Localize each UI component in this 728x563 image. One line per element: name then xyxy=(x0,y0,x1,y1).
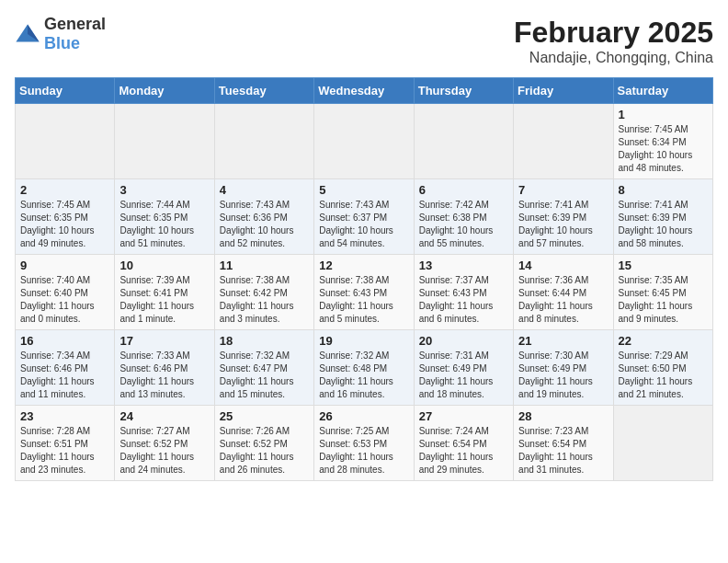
day-info: Sunrise: 7:45 AM Sunset: 6:34 PM Dayligh… xyxy=(619,123,708,175)
day-info: Sunrise: 7:40 AM Sunset: 6:40 PM Dayligh… xyxy=(20,274,109,326)
day-number: 27 xyxy=(419,409,508,423)
day-info: Sunrise: 7:26 AM Sunset: 6:52 PM Dayligh… xyxy=(220,425,309,477)
day-number: 24 xyxy=(119,409,209,423)
day-info: Sunrise: 7:28 AM Sunset: 6:51 PM Dayligh… xyxy=(20,425,109,477)
calendar-week-row: 1Sunrise: 7:45 AM Sunset: 6:34 PM Daylig… xyxy=(16,104,713,179)
day-number: 6 xyxy=(419,183,508,197)
day-number: 20 xyxy=(419,334,508,348)
calendar-cell: 13Sunrise: 7:37 AM Sunset: 6:43 PM Dayli… xyxy=(414,255,513,330)
day-info: Sunrise: 7:38 AM Sunset: 6:43 PM Dayligh… xyxy=(319,274,408,326)
day-number: 12 xyxy=(319,259,408,272)
weekday-header-friday: Friday xyxy=(514,78,613,104)
day-number: 25 xyxy=(220,409,309,423)
calendar-cell: 14Sunrise: 7:36 AM Sunset: 6:44 PM Dayli… xyxy=(514,255,613,330)
weekday-header-tuesday: Tuesday xyxy=(214,78,313,104)
calendar-cell xyxy=(115,104,214,179)
calendar-cell: 17Sunrise: 7:33 AM Sunset: 6:46 PM Dayli… xyxy=(115,330,214,406)
day-info: Sunrise: 7:29 AM Sunset: 6:50 PM Dayligh… xyxy=(619,350,708,401)
calendar-cell: 9Sunrise: 7:40 AM Sunset: 6:40 PM Daylig… xyxy=(16,255,115,330)
day-number: 26 xyxy=(319,409,408,423)
calendar-cell: 25Sunrise: 7:26 AM Sunset: 6:52 PM Dayli… xyxy=(214,406,313,481)
calendar-week-row: 9Sunrise: 7:40 AM Sunset: 6:40 PM Daylig… xyxy=(16,255,713,330)
calendar-cell: 24Sunrise: 7:27 AM Sunset: 6:52 PM Dayli… xyxy=(115,406,214,481)
day-number: 10 xyxy=(119,259,209,272)
calendar-cell xyxy=(414,104,513,179)
weekday-header-sunday: Sunday xyxy=(16,78,115,104)
calendar-cell xyxy=(514,104,613,179)
calendar-cell xyxy=(214,104,313,179)
calendar-cell: 1Sunrise: 7:45 AM Sunset: 6:34 PM Daylig… xyxy=(613,104,712,179)
day-info: Sunrise: 7:37 AM Sunset: 6:43 PM Dayligh… xyxy=(419,274,508,326)
day-number: 17 xyxy=(119,334,209,348)
day-info: Sunrise: 7:41 AM Sunset: 6:39 PM Dayligh… xyxy=(619,199,708,250)
calendar-body: 1Sunrise: 7:45 AM Sunset: 6:34 PM Daylig… xyxy=(16,104,713,481)
day-number: 28 xyxy=(518,409,608,423)
day-info: Sunrise: 7:33 AM Sunset: 6:46 PM Dayligh… xyxy=(119,350,209,401)
day-number: 21 xyxy=(518,334,608,348)
day-number: 23 xyxy=(20,409,109,423)
day-number: 19 xyxy=(319,334,408,348)
day-info: Sunrise: 7:27 AM Sunset: 6:52 PM Dayligh… xyxy=(119,425,209,477)
logo-general-text: General xyxy=(44,15,106,33)
calendar-cell: 19Sunrise: 7:32 AM Sunset: 6:48 PM Dayli… xyxy=(314,330,414,406)
calendar-cell: 26Sunrise: 7:25 AM Sunset: 6:53 PM Dayli… xyxy=(314,406,414,481)
day-number: 7 xyxy=(518,183,608,197)
calendar-cell: 8Sunrise: 7:41 AM Sunset: 6:39 PM Daylig… xyxy=(613,179,712,255)
day-info: Sunrise: 7:41 AM Sunset: 6:39 PM Dayligh… xyxy=(518,199,608,250)
day-number: 4 xyxy=(220,183,309,197)
calendar-cell: 4Sunrise: 7:43 AM Sunset: 6:36 PM Daylig… xyxy=(214,179,313,255)
calendar-cell: 3Sunrise: 7:44 AM Sunset: 6:35 PM Daylig… xyxy=(115,179,214,255)
day-number: 13 xyxy=(419,259,508,272)
day-number: 3 xyxy=(119,183,209,197)
day-info: Sunrise: 7:45 AM Sunset: 6:35 PM Dayligh… xyxy=(20,199,109,250)
logo-blue-text: Blue xyxy=(44,34,80,52)
day-info: Sunrise: 7:44 AM Sunset: 6:35 PM Dayligh… xyxy=(119,199,209,250)
weekday-header-thursday: Thursday xyxy=(414,78,513,104)
calendar-cell: 27Sunrise: 7:24 AM Sunset: 6:54 PM Dayli… xyxy=(414,406,513,481)
title-area: February 2025 Nandajie, Chongqing, China xyxy=(514,15,713,66)
calendar-cell xyxy=(613,406,712,481)
calendar-title: February 2025 xyxy=(514,15,713,50)
calendar-header: SundayMondayTuesdayWednesdayThursdayFrid… xyxy=(16,78,713,104)
calendar-cell: 18Sunrise: 7:32 AM Sunset: 6:47 PM Dayli… xyxy=(214,330,313,406)
day-info: Sunrise: 7:32 AM Sunset: 6:48 PM Dayligh… xyxy=(319,350,408,401)
calendar-cell: 16Sunrise: 7:34 AM Sunset: 6:46 PM Dayli… xyxy=(16,330,115,406)
calendar-cell: 28Sunrise: 7:23 AM Sunset: 6:54 PM Dayli… xyxy=(514,406,613,481)
day-info: Sunrise: 7:42 AM Sunset: 6:38 PM Dayligh… xyxy=(419,199,508,250)
day-info: Sunrise: 7:24 AM Sunset: 6:54 PM Dayligh… xyxy=(419,425,508,477)
day-info: Sunrise: 7:39 AM Sunset: 6:41 PM Dayligh… xyxy=(119,274,209,326)
calendar-cell: 6Sunrise: 7:42 AM Sunset: 6:38 PM Daylig… xyxy=(414,179,513,255)
calendar-week-row: 23Sunrise: 7:28 AM Sunset: 6:51 PM Dayli… xyxy=(16,406,713,481)
calendar-header-row: SundayMondayTuesdayWednesdayThursdayFrid… xyxy=(16,78,713,104)
day-number: 8 xyxy=(619,183,708,197)
day-info: Sunrise: 7:25 AM Sunset: 6:53 PM Dayligh… xyxy=(319,425,408,477)
calendar-table: SundayMondayTuesdayWednesdayThursdayFrid… xyxy=(15,77,713,481)
calendar-cell: 5Sunrise: 7:43 AM Sunset: 6:37 PM Daylig… xyxy=(314,179,414,255)
weekday-header-wednesday: Wednesday xyxy=(314,78,414,104)
calendar-cell: 10Sunrise: 7:39 AM Sunset: 6:41 PM Dayli… xyxy=(115,255,214,330)
day-info: Sunrise: 7:23 AM Sunset: 6:54 PM Dayligh… xyxy=(518,425,608,477)
calendar-week-row: 16Sunrise: 7:34 AM Sunset: 6:46 PM Dayli… xyxy=(16,330,713,406)
day-number: 11 xyxy=(220,259,309,272)
calendar-cell: 7Sunrise: 7:41 AM Sunset: 6:39 PM Daylig… xyxy=(514,179,613,255)
calendar-cell: 12Sunrise: 7:38 AM Sunset: 6:43 PM Dayli… xyxy=(314,255,414,330)
day-info: Sunrise: 7:34 AM Sunset: 6:46 PM Dayligh… xyxy=(20,350,109,401)
calendar-cell: 23Sunrise: 7:28 AM Sunset: 6:51 PM Dayli… xyxy=(16,406,115,481)
logo: General Blue xyxy=(15,15,106,53)
day-number: 5 xyxy=(319,183,408,197)
day-number: 14 xyxy=(518,259,608,272)
day-info: Sunrise: 7:32 AM Sunset: 6:47 PM Dayligh… xyxy=(220,350,309,401)
day-number: 9 xyxy=(20,259,109,272)
weekday-header-monday: Monday xyxy=(115,78,214,104)
page-header: General Blue February 2025 Nandajie, Cho… xyxy=(15,15,713,66)
day-info: Sunrise: 7:43 AM Sunset: 6:36 PM Dayligh… xyxy=(220,199,309,250)
calendar-cell: 11Sunrise: 7:38 AM Sunset: 6:42 PM Dayli… xyxy=(214,255,313,330)
day-number: 15 xyxy=(619,259,708,272)
calendar-cell: 22Sunrise: 7:29 AM Sunset: 6:50 PM Dayli… xyxy=(613,330,712,406)
calendar-week-row: 2Sunrise: 7:45 AM Sunset: 6:35 PM Daylig… xyxy=(16,179,713,255)
day-number: 1 xyxy=(619,108,708,121)
day-number: 22 xyxy=(619,334,708,348)
day-number: 16 xyxy=(20,334,109,348)
day-number: 18 xyxy=(220,334,309,348)
day-info: Sunrise: 7:36 AM Sunset: 6:44 PM Dayligh… xyxy=(518,274,608,326)
